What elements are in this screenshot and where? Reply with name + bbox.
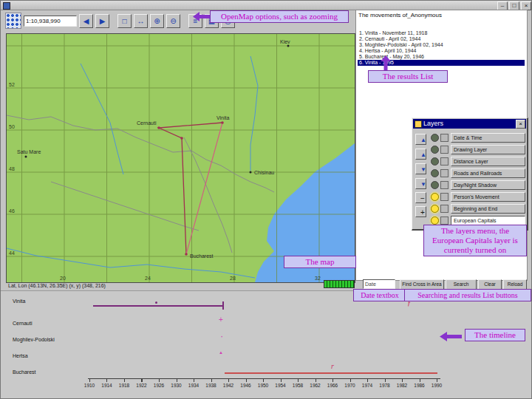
reload-button[interactable]: Reload — [503, 279, 527, 290]
timeline-row-label: Bucharest — [13, 369, 36, 375]
zoom-out-button[interactable]: ⊖ — [166, 14, 180, 28]
layer-name-button[interactable]: Drawing Layer — [451, 145, 525, 154]
application-window: – □ × ◀ ▶ □ ↔ ⊕ ⊖ ≡ ▦ ◎ — [0, 0, 532, 399]
select-tool-button[interactable]: □ — [117, 14, 132, 28]
annotation-openmap-options: OpenMap options, such as zooming — [210, 10, 349, 23]
annotation-layers-menu: The layers menu, the European Capitals l… — [423, 225, 527, 256]
layer-palette-icon[interactable] — [440, 134, 449, 142]
layer-name-button[interactable]: Person's Movement — [451, 192, 525, 202]
layer-palette-icon[interactable] — [440, 205, 449, 213]
layer-row: Distance Layer — [431, 155, 525, 167]
up-arrow-icon — [381, 55, 391, 70]
timeline-dot — [155, 301, 157, 304]
layers-window: Layers × ▲ ▲ ▼ ▼ − + Date & Time Drawing… — [412, 117, 528, 231]
timeline-row-label: Hertsa — [13, 353, 28, 358]
layer-visibility-bulb-icon[interactable] — [431, 169, 439, 177]
layer-palette-icon[interactable] — [440, 181, 449, 189]
city-label-bucharest: Bucharest — [190, 253, 214, 259]
layer-name-button[interactable]: Beginning and End — [451, 204, 525, 214]
city-label-cernauti: Cernauti — [137, 120, 157, 126]
axis-year: 1918 — [117, 383, 131, 388]
find-cross-in-area-button[interactable]: Find Cross in Area — [400, 279, 444, 290]
layer-visibility-bulb-icon[interactable] — [431, 134, 439, 142]
axis-year: 1942 — [222, 383, 235, 388]
zoom-in-button[interactable]: ⊕ — [150, 14, 164, 28]
axis-year: 1946 — [239, 383, 253, 388]
timeline-row-label: Cernauti — [13, 321, 32, 326]
left-arrow-icon — [440, 332, 462, 341]
layer-name-button[interactable]: Day/Night Shadow — [451, 180, 525, 190]
layer-move-down-button[interactable]: ▼ — [415, 163, 426, 174]
layers-close-button[interactable]: × — [516, 120, 525, 129]
app-icon — [3, 2, 10, 10]
axis-year: 1974 — [361, 383, 374, 388]
layer-name-button[interactable]: Distance Layer — [451, 157, 525, 166]
timeline-end-tick — [222, 301, 224, 310]
layer-visibility-bulb-icon[interactable] — [431, 181, 439, 189]
layers-window-titlebar[interactable]: Layers — [413, 119, 526, 129]
axis-year: 1982 — [395, 383, 409, 388]
layer-remove-button[interactable]: − — [415, 192, 426, 203]
city-label-kiev: Kiev — [280, 39, 290, 44]
search-button[interactable]: Search — [446, 279, 477, 290]
city-label-chisinau: Chisinau — [254, 170, 274, 175]
date-input[interactable] — [363, 279, 395, 289]
forward-button[interactable]: ▶ — [95, 14, 109, 28]
lat-label: 46 — [9, 208, 15, 214]
layer-order-controls: ▲ ▲ ▼ ▼ − + — [415, 132, 427, 219]
annotation-results-list: The results List — [368, 70, 448, 83]
layer-name-button-selected[interactable]: European Capitals — [451, 216, 525, 225]
layer-name-button[interactable]: Roads and Railroads — [451, 168, 525, 178]
layer-move-bottom-button[interactable]: ▼ — [415, 178, 426, 189]
annotation-search-buttons: Searching and results List buttons — [404, 289, 531, 301]
layer-palette-icon[interactable] — [440, 216, 449, 225]
timeline-marker-bucharest: r — [331, 362, 334, 370]
memory-gauge-icon — [324, 280, 355, 288]
layer-palette-icon[interactable] — [440, 193, 449, 201]
pan-tool-button[interactable]: ↔ — [134, 14, 148, 28]
layer-palette-icon[interactable] — [440, 169, 449, 177]
clear-button[interactable]: Clear — [478, 279, 502, 290]
timeline-canvas[interactable]: Vinita Cernauti Moghilev-Podolski Hertsa… — [1, 290, 532, 399]
layer-palette-icon[interactable] — [440, 146, 449, 154]
axis-year: 1978 — [378, 383, 392, 388]
layer-move-up-button[interactable]: ▲ — [415, 149, 426, 160]
layer-list: Date & Time Drawing Layer Distance Layer… — [431, 132, 525, 226]
scale-input[interactable] — [24, 16, 77, 27]
result-item[interactable]: 3. Moghilev-Podolski - April 02, 1944 — [358, 42, 525, 48]
layer-add-button[interactable]: + — [415, 206, 426, 217]
timeline-axis-ticks — [89, 379, 438, 382]
axis-year: 1970 — [344, 383, 357, 388]
map-graphics: Kiev Satu Mare Vinita Cernauti Chisinau … — [7, 34, 355, 282]
layer-visibility-bulb-icon[interactable] — [431, 216, 439, 225]
timeline-marker-moghilev: · — [220, 330, 223, 341]
axis-year: 1934 — [187, 383, 200, 388]
layer-row: Date & Time — [431, 132, 525, 143]
results-title: The movements of_Anonymous — [358, 12, 442, 18]
axis-year: 1958 — [291, 383, 304, 388]
axis-year: 1922 — [135, 383, 149, 388]
result-item[interactable]: 2. Cernauti - April 02, 1944 — [358, 36, 525, 42]
layer-visibility-bulb-icon[interactable] — [431, 205, 439, 213]
left-arrow-icon — [193, 12, 210, 21]
result-item[interactable]: 1. Vinita - November 11, 1918 — [358, 30, 525, 36]
toolbar-separator — [183, 21, 186, 21]
axis-year: 1910 — [83, 383, 96, 388]
layer-row: Day/Night Shadow — [431, 179, 525, 191]
map-canvas[interactable]: Kiev Satu Mare Vinita Cernauti Chisinau … — [6, 33, 355, 283]
layer-row: Drawing Layer — [431, 143, 525, 155]
lon-label: 32 — [315, 276, 321, 281]
axis-year: 1990 — [430, 383, 443, 388]
timeline-bar-bucharest — [225, 372, 437, 374]
result-item[interactable]: 4. Hertsa - April 10, 1944 — [358, 48, 525, 54]
layer-palette-icon[interactable] — [440, 157, 449, 166]
back-button[interactable]: ◀ — [79, 14, 93, 28]
layer-visibility-bulb-icon[interactable] — [431, 146, 439, 154]
axis-year: 1954 — [274, 383, 287, 388]
timeline-bar-vinita — [93, 305, 224, 307]
layer-move-top-button[interactable]: ▲ — [415, 134, 426, 145]
layer-name-button[interactable]: Date & Time — [451, 133, 525, 143]
layer-visibility-bulb-icon[interactable] — [431, 157, 439, 166]
lon-label: 24 — [145, 276, 151, 281]
layer-visibility-bulb-icon[interactable] — [431, 193, 439, 201]
